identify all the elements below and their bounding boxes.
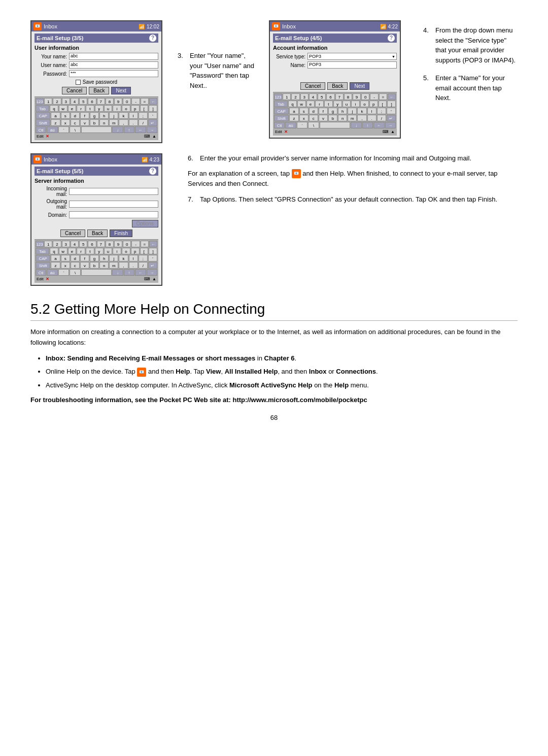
kb-2[interactable]: 2: [53, 98, 61, 105]
kb-s[interactable]: s: [61, 112, 70, 119]
titlebar3: 📧 Inbox 📶 4:23: [31, 154, 161, 165]
kb-i[interactable]: i: [113, 105, 121, 112]
kb-right[interactable]: →: [147, 126, 157, 133]
kb-slash[interactable]: /: [139, 119, 148, 126]
kb-bslash[interactable]: \: [70, 126, 80, 133]
kb-down[interactable]: ↓: [112, 126, 123, 133]
kb-5[interactable]: 5: [79, 98, 87, 105]
kb-d[interactable]: d: [71, 112, 80, 119]
kb-t[interactable]: t: [86, 105, 94, 112]
kb-space[interactable]: [81, 126, 112, 133]
kb-keyboard-icon3[interactable]: ⌨: [144, 277, 150, 281]
screen1-cancel-btn[interactable]: Cancel: [62, 87, 87, 94]
kb-eq[interactable]: =: [141, 98, 149, 105]
kb-apos[interactable]: ': [148, 112, 157, 119]
kb-v[interactable]: v: [80, 119, 89, 126]
kb-cap[interactable]: CAP: [36, 112, 50, 119]
help-icon1[interactable]: ?: [149, 35, 156, 42]
kb-g[interactable]: g: [90, 112, 99, 119]
kb-0[interactable]: 0: [123, 98, 131, 105]
help-inline-icon2: 📧: [137, 368, 146, 377]
kb-edit-label3[interactable]: Edit: [37, 277, 44, 281]
kb-up[interactable]: ↑: [124, 126, 134, 133]
kb-keyboard-icon2[interactable]: ⌨: [383, 129, 389, 134]
your-name-input[interactable]: abc: [69, 53, 158, 60]
help-icon3[interactable]: ?: [149, 168, 156, 175]
kb-dot[interactable]: .: [129, 119, 138, 126]
kb-left[interactable]: ←: [135, 126, 146, 133]
kb-rbracket[interactable]: ]: [149, 105, 157, 112]
kb-w[interactable]: w: [59, 105, 67, 112]
kb-9[interactable]: 9: [114, 98, 122, 105]
kb-edit-label1[interactable]: Edit: [37, 134, 44, 139]
kb-x[interactable]: x: [61, 119, 70, 126]
kb-atu[interactable]: áü: [47, 126, 57, 133]
kb-u[interactable]: u: [104, 105, 113, 112]
screen2-back-btn[interactable]: Back: [327, 82, 348, 90]
kb-r[interactable]: r: [77, 105, 85, 112]
screen3-back-btn[interactable]: Back: [87, 229, 108, 237]
kb-e[interactable]: e: [68, 105, 77, 112]
kb-semi[interactable]: ;: [139, 112, 148, 119]
kb-m[interactable]: m: [109, 119, 118, 126]
kb-c[interactable]: c: [71, 119, 80, 126]
kb-edit-label2[interactable]: Edit: [275, 129, 282, 134]
kb-shift[interactable]: Shift: [36, 119, 50, 126]
kb-expand-icon2[interactable]: ▲: [391, 129, 395, 134]
kb-keyboard-icon1[interactable]: ⌨: [144, 134, 150, 139]
keyboard2: 123 1 2 3 4 5 6 7 8 9 0 - =: [273, 92, 397, 136]
screen2-next-btn[interactable]: Next: [350, 82, 369, 90]
name-input[interactable]: POP3: [307, 61, 397, 69]
kb-123[interactable]: 123: [36, 98, 44, 105]
kb-close-icon1[interactable]: ✕: [46, 134, 49, 139]
kb-o[interactable]: o: [122, 105, 130, 112]
kb-ctl[interactable]: Ctl: [36, 126, 46, 133]
password-input[interactable]: ***: [69, 70, 158, 77]
kb-1[interactable]: 1: [44, 98, 52, 105]
kb-z[interactable]: z: [51, 119, 60, 126]
kb-lbracket[interactable]: [: [140, 105, 149, 112]
kb-a[interactable]: a: [51, 112, 60, 119]
save-password-checkbox[interactable]: [76, 80, 81, 85]
kb-backspace[interactable]: ←: [149, 98, 157, 105]
user-name-input[interactable]: abc: [69, 61, 158, 69]
kb-expand-icon1[interactable]: ▲: [152, 134, 156, 139]
outgoing-mail-input[interactable]: [69, 201, 158, 208]
bullet3-text1: ActiveSync Help on the desktop computer.…: [46, 381, 369, 389]
options-btn[interactable]: Options: [132, 220, 158, 227]
kb-close-icon3[interactable]: ✕: [46, 277, 49, 281]
screen3-finish-btn[interactable]: Finish: [110, 229, 132, 237]
kb-h[interactable]: h: [99, 112, 109, 119]
kb-y[interactable]: y: [95, 105, 104, 112]
help-icon2[interactable]: ?: [388, 35, 395, 42]
kb-expand-icon3[interactable]: ▲: [152, 277, 156, 281]
screen3-cancel-btn[interactable]: Cancel: [60, 229, 85, 237]
kb-q[interactable]: q: [50, 105, 58, 112]
kb-f[interactable]: f: [80, 112, 89, 119]
kb-7[interactable]: 7: [97, 98, 105, 105]
kb-enter[interactable]: ↵: [148, 119, 157, 126]
screen1-back-btn[interactable]: Back: [89, 87, 109, 94]
screen2-cancel-btn[interactable]: Cancel: [300, 82, 325, 90]
kb-minus[interactable]: -: [131, 98, 140, 105]
kb-k[interactable]: k: [119, 112, 128, 119]
kb-comma[interactable]: ,: [119, 119, 128, 126]
domain-input[interactable]: [69, 211, 158, 218]
kb-6[interactable]: 6: [88, 98, 96, 105]
kb-3[interactable]: 3: [62, 98, 70, 105]
kb-j[interactable]: j: [109, 112, 118, 119]
kb-b[interactable]: b: [90, 119, 99, 126]
kb-backtick[interactable]: `: [58, 126, 69, 133]
kb-p[interactable]: p: [131, 105, 140, 112]
kb-l[interactable]: l: [129, 112, 138, 119]
service-type-dropdown[interactable]: POP3 ▼: [307, 53, 397, 60]
kb-8[interactable]: 8: [106, 98, 114, 105]
kb-n[interactable]: n: [99, 119, 109, 126]
screen3-title: Inbox: [44, 156, 57, 162]
incoming-mail-input[interactable]: [69, 188, 158, 195]
screen1-next-btn[interactable]: Next: [111, 87, 131, 94]
kb-4[interactable]: 4: [71, 98, 79, 105]
screen1-time: 12:02: [147, 24, 159, 29]
kb-tab[interactable]: Tab: [36, 105, 49, 112]
kb-close-icon2[interactable]: ✕: [284, 129, 288, 134]
